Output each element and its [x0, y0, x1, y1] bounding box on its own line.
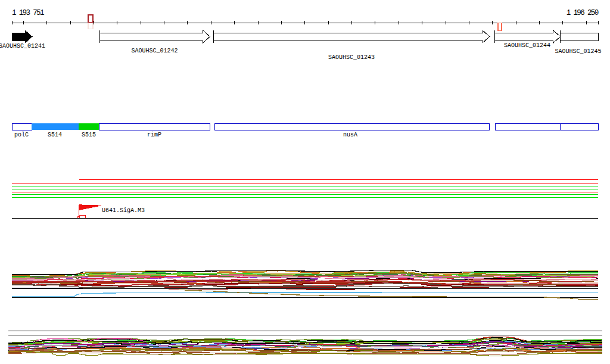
svg-text:S514: S514 — [48, 132, 62, 138]
svg-text:SAOUHSC_01243: SAOUHSC_01243 — [328, 54, 375, 61]
svg-text:1 193 751: 1 193 751 — [12, 9, 44, 17]
svg-text:SAOUHSC_01241: SAOUHSC_01241 — [0, 43, 45, 49]
svg-text:rimP: rimP — [147, 132, 161, 138]
svg-text:U641.SigA.M3: U641.SigA.M3 — [102, 207, 145, 214]
svg-text:S515: S515 — [82, 132, 96, 138]
svg-text:nusA: nusA — [343, 132, 357, 138]
svg-text:SAOUHSC_01245: SAOUHSC_01245 — [555, 48, 601, 55]
svg-text:SAOUHSC_01244: SAOUHSC_01244 — [504, 42, 550, 49]
svg-text:1 196 250: 1 196 250 — [567, 9, 599, 17]
svg-text:polC: polC — [14, 132, 29, 138]
svg-text:SAOUHSC_01242: SAOUHSC_01242 — [131, 48, 178, 54]
